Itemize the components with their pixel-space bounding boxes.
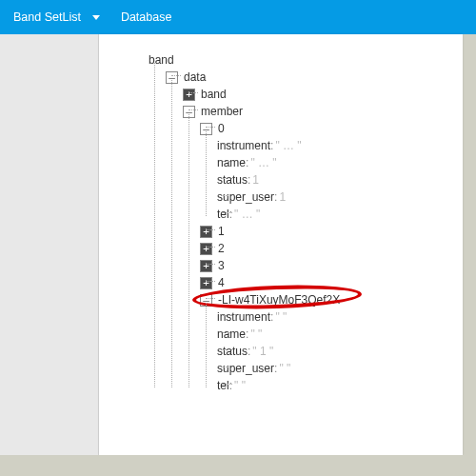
leaf-key[interactable]: name xyxy=(217,327,246,341)
expand-icon[interactable]: + xyxy=(200,243,212,255)
bottom-bar xyxy=(0,455,476,476)
node-key[interactable]: data xyxy=(184,70,206,84)
leaf-key[interactable]: instrument xyxy=(217,139,270,152)
expand-icon[interactable]: + xyxy=(200,277,212,289)
leaf-key[interactable]: tel xyxy=(217,379,229,392)
tree-node-pushkey: – -LI-w4TiXuyMoF3Qef2X instrument: xyxy=(183,291,455,394)
tree-node: – 0 instrument: " … " xyxy=(183,120,455,223)
tree-root: band – data + xyxy=(131,51,455,394)
node-key[interactable]: band xyxy=(149,53,174,67)
leaf-value: " " xyxy=(250,327,262,341)
tree-leaf: tel: " " xyxy=(200,377,455,394)
tree-leaf: name: " … " xyxy=(200,154,455,171)
leaf-key[interactable]: tel xyxy=(217,208,229,221)
expand-icon[interactable]: + xyxy=(200,226,212,238)
leaf-value: " … " xyxy=(250,156,276,169)
expand-icon[interactable]: + xyxy=(200,260,212,272)
leaf-key[interactable]: super_user xyxy=(217,362,274,375)
leaf-value: " … " xyxy=(234,208,260,221)
tab-database[interactable]: Database xyxy=(121,10,172,24)
leaf-key[interactable]: name xyxy=(217,156,246,169)
tree-node: – data + band xyxy=(149,69,455,394)
leaf-value: " " xyxy=(234,379,246,392)
leaf-value: " " xyxy=(275,310,287,324)
node-key[interactable]: 4 xyxy=(218,276,225,289)
leaf-key[interactable]: instrument xyxy=(217,310,270,324)
caret-down-icon[interactable] xyxy=(92,15,100,20)
tree-node: +2 xyxy=(183,240,455,257)
leaf-value: 1 xyxy=(279,190,286,204)
tree-node: + band xyxy=(166,86,455,103)
app-name[interactable]: Band SetList xyxy=(13,10,81,24)
leaf-value: " " xyxy=(279,362,290,375)
tree-leaf: tel: " … " xyxy=(200,206,455,223)
tree-panel: band – data + xyxy=(99,34,463,455)
tree-node: – member – 0 xyxy=(166,103,455,394)
leaf-key[interactable]: status xyxy=(217,173,248,187)
app-header: Band SetList Database xyxy=(0,0,476,34)
leaf-value: " 1 " xyxy=(252,345,273,358)
node-key[interactable]: 0 xyxy=(218,122,225,135)
leaf-value: " … " xyxy=(275,139,301,152)
tree-node: +3 xyxy=(183,257,455,274)
node-key[interactable]: 2 xyxy=(218,242,225,255)
tree-leaf: status: 1 xyxy=(200,171,455,188)
node-key[interactable]: 1 xyxy=(218,225,225,238)
tree-leaf: instrument: " … " xyxy=(200,137,455,154)
tree-node: +1 xyxy=(183,223,455,240)
tree-leaf: super_user: 1 xyxy=(200,188,455,206)
node-key[interactable]: member xyxy=(201,105,243,118)
tree-leaf: name: " " xyxy=(200,326,455,343)
node-key[interactable]: 3 xyxy=(218,259,225,272)
tree-node: +4 xyxy=(183,274,455,291)
leaf-key[interactable]: super_user xyxy=(217,190,274,204)
node-key[interactable]: band xyxy=(201,88,227,101)
tree-leaf: instrument: " " xyxy=(200,308,455,326)
tree-leaf: super_user: " " xyxy=(200,360,455,377)
leaf-key[interactable]: status xyxy=(217,345,248,358)
leaf-value: 1 xyxy=(252,173,259,187)
expand-icon[interactable]: + xyxy=(183,89,195,101)
node-key[interactable]: -LI-w4TiXuyMoF3Qef2X xyxy=(218,293,340,307)
tree-leaf: status: " 1 " xyxy=(200,343,455,360)
sidebar xyxy=(0,34,99,455)
